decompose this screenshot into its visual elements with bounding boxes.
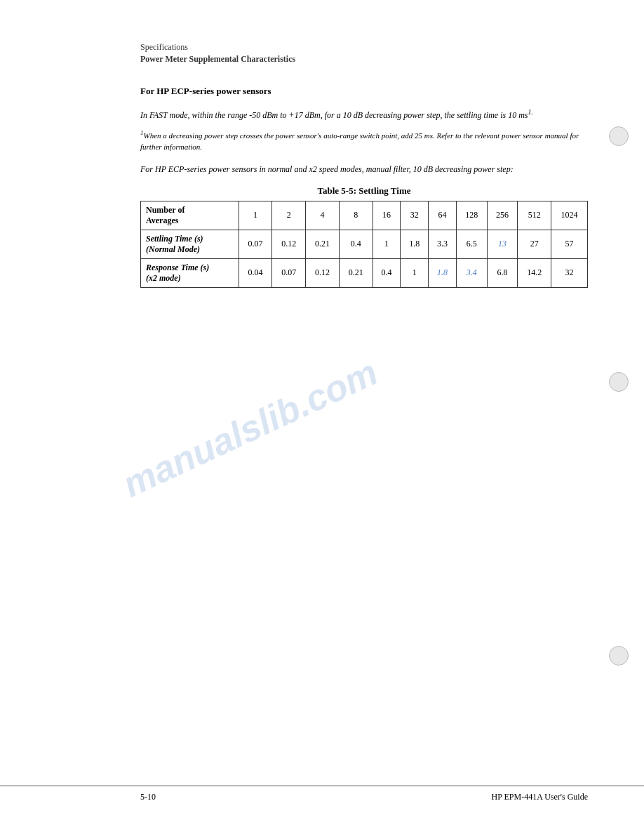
footer-page-number: 5-10 bbox=[140, 792, 156, 802]
cell-x2-2: 0.07 bbox=[272, 258, 306, 287]
cell-normal-128: 6.5 bbox=[456, 230, 487, 258]
cell-x2-8: 0.21 bbox=[339, 258, 373, 287]
table-row-normal: Settling Time (s)(Normal Mode) 0.07 0.12… bbox=[141, 230, 588, 258]
row-label-normal: Settling Time (s)(Normal Mode) bbox=[141, 230, 239, 258]
cell-x2-128: 3.4 bbox=[456, 258, 487, 287]
intro-superscript: 1. bbox=[528, 108, 534, 116]
settling-time-table: Number ofAverages 1 2 4 8 16 32 64 128 2… bbox=[140, 201, 588, 288]
table-col-1: 1 bbox=[239, 201, 272, 230]
table-col-256: 256 bbox=[487, 201, 518, 230]
cell-normal-16: 1 bbox=[373, 230, 401, 258]
cell-x2-32: 1 bbox=[401, 258, 429, 287]
table-col-128: 128 bbox=[456, 201, 487, 230]
cell-x2-1: 0.04 bbox=[239, 258, 272, 287]
header-line1: Specifications bbox=[140, 42, 588, 53]
page-footer: 5-10 HP EPM-441A User's Guide bbox=[0, 786, 644, 802]
page-header: Specifications Power Meter Supplemental … bbox=[140, 42, 588, 65]
cell-x2-4: 0.12 bbox=[306, 258, 340, 287]
footnote-text: When a decreasing power step crosses the… bbox=[140, 131, 579, 152]
hole-punch-2 bbox=[609, 372, 629, 392]
para-text: For HP ECP-series power sensors in norma… bbox=[140, 163, 588, 176]
cell-x2-512: 14.2 bbox=[518, 258, 551, 287]
cell-normal-4: 0.21 bbox=[306, 230, 340, 258]
cell-normal-256: 13 bbox=[487, 230, 518, 258]
row-label-x2: Response Time (s)(x2 mode) bbox=[141, 258, 239, 287]
table-row-x2: Response Time (s)(x2 mode) 0.04 0.07 0.1… bbox=[141, 258, 588, 287]
table-col-32: 32 bbox=[401, 201, 429, 230]
cell-x2-16: 0.4 bbox=[373, 258, 401, 287]
table-col-header-averages: Number ofAverages bbox=[141, 201, 239, 230]
intro-text: In FAST mode, within the range -50 dBm t… bbox=[140, 110, 528, 120]
cell-normal-8: 0.4 bbox=[339, 230, 373, 258]
cell-normal-32: 1.8 bbox=[401, 230, 429, 258]
intro-paragraph: In FAST mode, within the range -50 dBm t… bbox=[140, 107, 588, 121]
table-col-512: 512 bbox=[518, 201, 551, 230]
watermark: manualslib.com bbox=[116, 351, 384, 505]
cell-normal-64: 3.3 bbox=[429, 230, 457, 258]
footnote-paragraph: 1When a decreasing power step crosses th… bbox=[140, 128, 588, 153]
header-line2: Power Meter Supplemental Characteristics bbox=[140, 54, 588, 65]
table-col-2: 2 bbox=[272, 201, 306, 230]
hole-punch-3 bbox=[609, 646, 629, 666]
section-title: For HP ECP-series power sensors bbox=[140, 86, 588, 97]
table-col-1024: 1024 bbox=[551, 201, 588, 230]
table-title: Table 5-5: Settling Time bbox=[140, 185, 588, 197]
cell-x2-64: 1.8 bbox=[429, 258, 457, 287]
cell-normal-512: 27 bbox=[518, 230, 551, 258]
table-col-64: 64 bbox=[429, 201, 457, 230]
cell-normal-1024: 57 bbox=[551, 230, 588, 258]
table-col-4: 4 bbox=[306, 201, 340, 230]
page: manualslib.com Specifications Power Mete… bbox=[0, 0, 644, 834]
cell-x2-1024: 32 bbox=[551, 258, 588, 287]
table-col-8: 8 bbox=[339, 201, 373, 230]
footer-title: HP EPM-441A User's Guide bbox=[492, 792, 588, 802]
cell-x2-256: 6.8 bbox=[487, 258, 518, 287]
cell-normal-1: 0.07 bbox=[239, 230, 272, 258]
hole-punch-1 bbox=[609, 126, 629, 146]
table-col-16: 16 bbox=[373, 201, 401, 230]
cell-normal-2: 0.12 bbox=[272, 230, 306, 258]
